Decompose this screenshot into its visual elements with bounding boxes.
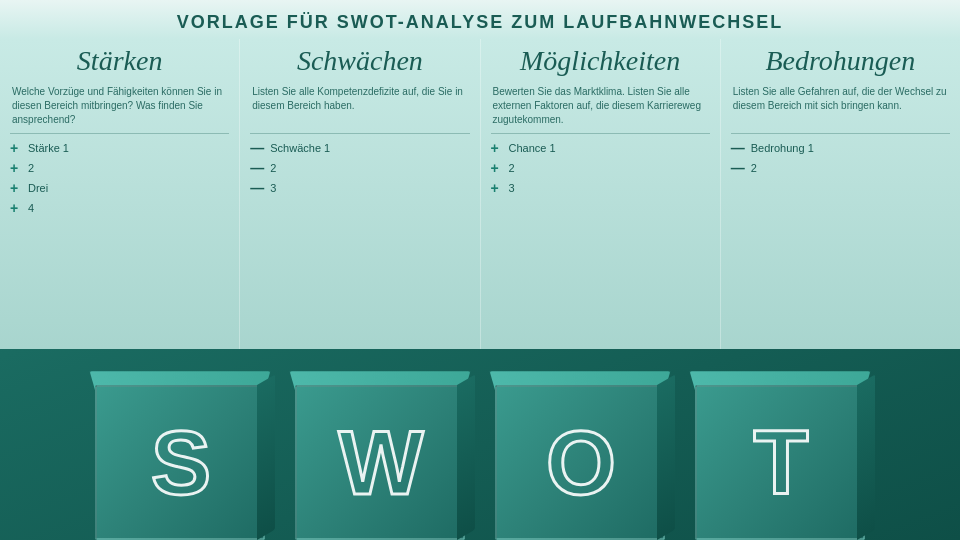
- list-item: —Bedrohung 1: [731, 138, 950, 158]
- cube-w: W: [285, 365, 475, 540]
- cube-right-face: [457, 375, 475, 540]
- item-text: 2: [270, 162, 276, 174]
- list-item: +Chance 1: [491, 138, 710, 158]
- column-staerken: StärkenWelche Vorzüge und Fähigkeiten kö…: [0, 39, 240, 349]
- item-text: Stärke 1: [28, 142, 69, 154]
- item-symbol: +: [491, 140, 503, 156]
- item-symbol: —: [250, 180, 264, 196]
- cube-right-face: [857, 375, 875, 540]
- item-symbol: +: [491, 160, 503, 176]
- cube-front-face: O: [495, 385, 665, 540]
- cube-front-face: S: [95, 385, 265, 540]
- column-header-bedrohungen: Bedrohungen: [731, 39, 950, 81]
- column-header-schwaechen: Schwächen: [250, 39, 469, 81]
- cube-t: T: [685, 365, 875, 540]
- list-item: +2: [491, 158, 710, 178]
- item-text: 2: [509, 162, 515, 174]
- cube-front-face: T: [695, 385, 865, 540]
- list-item: —2: [250, 158, 469, 178]
- item-text: 2: [28, 162, 34, 174]
- cube-s: S: [85, 365, 275, 540]
- item-symbol: +: [10, 200, 22, 216]
- cube-letter: O: [546, 418, 614, 508]
- page-title: VORLAGE FÜR SWOT-ANALYSE ZUM LAUFBAHNWEC…: [0, 0, 960, 39]
- item-text: 2: [751, 162, 757, 174]
- cube-wrapper-o: O: [480, 365, 680, 540]
- item-symbol: —: [250, 140, 264, 156]
- item-symbol: —: [250, 160, 264, 176]
- column-description-staerken: Welche Vorzüge und Fähigkeiten können Si…: [10, 81, 229, 133]
- column-description-moeglichkeiten: Bewerten Sie das Marktklima. Listen Sie …: [491, 81, 710, 133]
- item-text: Bedrohung 1: [751, 142, 814, 154]
- item-symbol: +: [10, 180, 22, 196]
- cube-letter: T: [754, 418, 807, 508]
- cube-section: SWOT: [0, 310, 960, 540]
- list-item: —2: [731, 158, 950, 178]
- list-item: +Drei: [10, 178, 229, 198]
- list-item: +4: [10, 198, 229, 218]
- cube-wrapper-w: W: [280, 365, 480, 540]
- list-item: —Schwäche 1: [250, 138, 469, 158]
- item-text: 3: [270, 182, 276, 194]
- item-text: Schwäche 1: [270, 142, 330, 154]
- item-symbol: —: [731, 160, 745, 176]
- main-container: VORLAGE FÜR SWOT-ANALYSE ZUM LAUFBAHNWEC…: [0, 0, 960, 540]
- list-item: —3: [250, 178, 469, 198]
- list-item: +3: [491, 178, 710, 198]
- cube-letter: S: [151, 418, 209, 508]
- cube-wrapper-s: S: [80, 365, 280, 540]
- cube-wrapper-t: T: [680, 365, 880, 540]
- item-symbol: +: [10, 140, 22, 156]
- cube-right-face: [257, 375, 275, 540]
- item-text: 4: [28, 202, 34, 214]
- list-item: +Stärke 1: [10, 138, 229, 158]
- column-header-staerken: Stärken: [10, 39, 229, 81]
- list-item: +2: [10, 158, 229, 178]
- column-description-schwaechen: Listen Sie alle Kompetenzdefizite auf, d…: [250, 81, 469, 133]
- item-symbol: —: [731, 140, 745, 156]
- item-symbol: +: [10, 160, 22, 176]
- cube-front-face: W: [295, 385, 465, 540]
- column-description-bedrohungen: Listen Sie alle Gefahren auf, die der We…: [731, 81, 950, 133]
- column-bedrohungen: BedrohungenListen Sie alle Gefahren auf,…: [721, 39, 960, 349]
- cube-letter: W: [339, 418, 422, 508]
- column-schwaechen: SchwächenListen Sie alle Kompetenzdefizi…: [240, 39, 480, 349]
- column-moeglichkeiten: MöglichkeitenBewerten Sie das Marktklima…: [481, 39, 721, 349]
- item-text: 3: [509, 182, 515, 194]
- cube-right-face: [657, 375, 675, 540]
- swot-grid: StärkenWelche Vorzüge und Fähigkeiten kö…: [0, 39, 960, 349]
- item-symbol: +: [491, 180, 503, 196]
- column-header-moeglichkeiten: Möglichkeiten: [491, 39, 710, 81]
- item-text: Chance 1: [509, 142, 556, 154]
- cube-o: O: [485, 365, 675, 540]
- item-text: Drei: [28, 182, 48, 194]
